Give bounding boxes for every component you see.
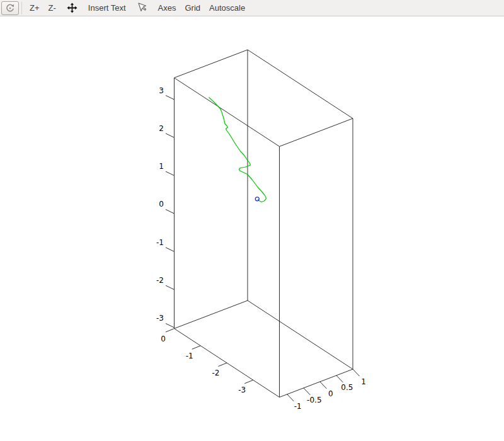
pan-tool-button[interactable] [66,1,78,15]
z-tick-label: 3 [159,86,164,95]
insert-text-button[interactable]: Insert Text [84,1,130,16]
x-axis-tick [219,363,227,367]
x-axis-tick [244,380,253,384]
z-tick-label: 0 [159,200,164,209]
box-edge [175,50,248,78]
x-tick-label: -3 [238,386,246,394]
data-point-marker [255,197,259,201]
x-tick-label: -1 [186,352,193,360]
y-tick-label: 0 [328,389,333,398]
z-axis-tick [166,209,175,214]
box-edge [280,118,353,147]
grid-button[interactable]: Grid [180,1,205,16]
select-tool-button[interactable] [137,1,147,15]
y-axis-tick [320,382,327,389]
plot-canvas[interactable]: 3210-1-2-30-1-2-3-1-0.500.51 [0,16,504,441]
trajectory-line [209,98,266,202]
y-axis-tick [353,369,360,376]
pan-icon [67,3,77,13]
y-axis-tick [304,388,311,395]
z-axis-tick [166,248,175,252]
z-tick-label: -3 [156,314,164,323]
z-axis-tick [166,323,175,328]
zoom-out-z-button[interactable]: Z- [44,1,60,16]
zoom-in-z-button[interactable]: Z+ [25,1,44,16]
y-tick-label: -0.5 [307,396,321,404]
z-tick-label: -2 [156,276,164,285]
y-tick-label: 1 [361,377,366,386]
z-axis-tick [166,96,175,100]
x-axis-tick [166,329,175,333]
box-edge [175,78,280,147]
rotate-tool-button[interactable] [1,1,19,15]
plot-toolbar: Z+ Z- Insert Text Axes Grid Autoscale [0,0,504,16]
box-edge [175,301,248,329]
z-tick-label: 1 [159,162,164,171]
x-tick-label: -2 [212,369,220,377]
box-edge [248,301,353,369]
y-tick-label: 0.5 [341,383,353,392]
z-tick-label: 2 [159,124,164,133]
z-axis-tick [166,285,175,290]
x-axis-tick [192,346,201,350]
z-axis-tick [166,134,175,138]
rotate-icon [5,3,15,13]
z-tick-label: -1 [156,238,164,247]
toolbar-separator [21,2,22,14]
cursor-icon [137,3,146,13]
box-edge [248,50,353,118]
z-axis-tick [166,171,175,176]
x-tick-label: 0 [161,335,166,343]
y-axis-tick [336,375,343,382]
y-tick-label: -1 [294,402,302,411]
y-axis-tick [287,394,294,401]
axes-button[interactable]: Axes [154,1,181,16]
autoscale-button[interactable]: Autoscale [205,1,249,16]
